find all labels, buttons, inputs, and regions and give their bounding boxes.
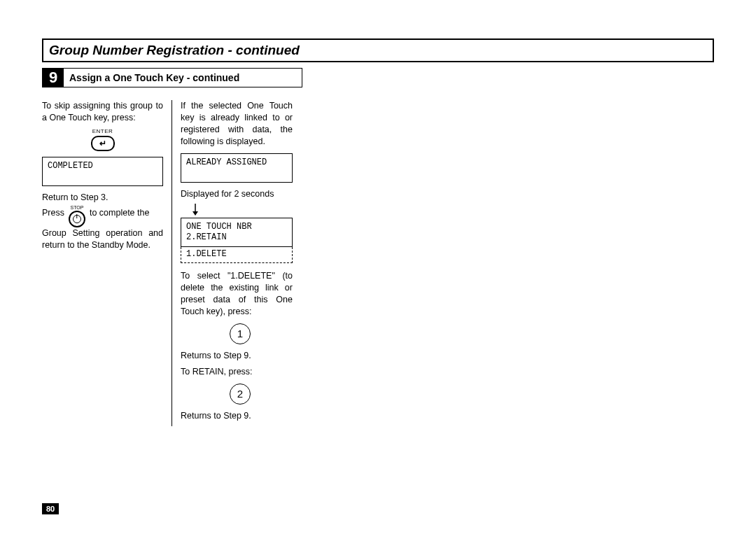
press-word: Press [42, 208, 64, 218]
col2-to-retain: To RETAIN, press: [181, 366, 293, 378]
svg-marker-1 [192, 211, 198, 216]
col2-return-step9b: Returns to Step 9. [181, 410, 293, 422]
lcd-line-1: ONE TOUCH NBR [186, 222, 287, 232]
lcd-dashed-delete: 1.DELETE [181, 247, 293, 263]
column-2: If the selected One Touch key is already… [172, 100, 301, 426]
stop-label: STOP [70, 205, 83, 210]
step-number: 9 [43, 69, 64, 87]
lcd-one-touch: ONE TOUCH NBR 2.RETAIN [181, 218, 293, 247]
section-title-bar: Group Number Registration - continued [42, 38, 714, 62]
power-icon [73, 215, 81, 223]
stop-button-group: STOP [66, 204, 88, 227]
arrow-down-icon [190, 204, 200, 216]
col2-select-delete: To select "1.DELETE" (to delete the exis… [181, 270, 293, 318]
page-number: 80 [42, 503, 59, 514]
col1-return-step3: Return to Step 3. [42, 192, 163, 204]
manual-page: Group Number Registration - continued 9 … [0, 0, 756, 534]
column-1: To skip assigning this group to a One To… [42, 100, 172, 426]
stop-button-icon [69, 211, 85, 227]
enter-label: ENTER [42, 128, 163, 134]
press-stop-line: Press STOP to complete the [42, 208, 163, 227]
content-columns: To skip assigning this group to a One To… [42, 100, 714, 426]
step-header: 9 Assign a One Touch Key - continued [42, 68, 302, 87]
step-title: Assign a One Touch Key - continued [64, 69, 245, 87]
col2-return-step9a: Returns to Step 9. [181, 350, 293, 362]
col1-intro: To skip assigning this group to a One To… [42, 100, 163, 124]
press-tail: to complete the [90, 208, 163, 218]
lcd-completed: COMPLETED [42, 157, 163, 186]
displayed-2s: Displayed for 2 seconds [181, 188, 293, 200]
lcd-already-assigned: ALREADY ASSIGNED [181, 153, 293, 183]
keypad-1-icon: 1 [230, 323, 251, 344]
col2-intro: If the selected One Touch key is already… [181, 100, 293, 148]
col1-rest: Group Setting operation and return to th… [42, 227, 163, 251]
section-title: Group Number Registration - continued [49, 43, 300, 57]
lcd-line-2: 2.RETAIN [186, 232, 287, 243]
keypad-2-icon: 2 [230, 384, 251, 405]
enter-button-icon: ↵ [91, 136, 115, 151]
